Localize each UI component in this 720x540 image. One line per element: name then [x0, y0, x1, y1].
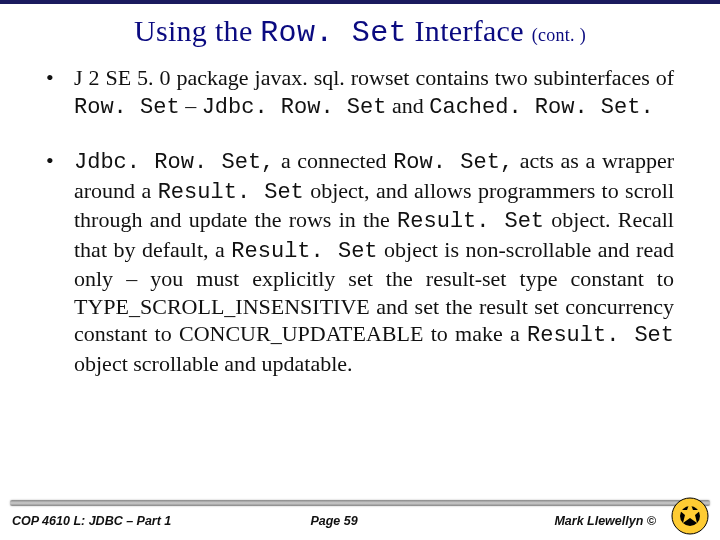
- body-text: –: [180, 93, 202, 118]
- ucf-logo: [670, 496, 710, 536]
- footer-right: Mark Llewellyn ©: [441, 514, 708, 528]
- slide-body: J 2 SE 5. 0 package javax. sql. rowset c…: [0, 64, 720, 377]
- body-text: and: [386, 93, 429, 118]
- footer-divider: [10, 500, 710, 506]
- mono-text: Result. Set: [231, 239, 377, 264]
- mono-text: Result. Set: [158, 180, 304, 205]
- title-pre: Using the: [134, 14, 260, 47]
- body-text: object scrollable and updatable.: [74, 351, 353, 376]
- mono-text: Cached. Row. Set.: [429, 95, 653, 120]
- bullet-item: J 2 SE 5. 0 package javax. sql. rowset c…: [46, 64, 674, 121]
- body-text: J 2 SE 5. 0 package javax. sql. rowset c…: [74, 65, 674, 90]
- mono-text: Row. Set,: [393, 150, 513, 175]
- mono-text: Row. Set: [74, 95, 180, 120]
- footer-left: COP 4610 L: JDBC – Part 1: [12, 514, 227, 528]
- bullet-list: J 2 SE 5. 0 package javax. sql. rowset c…: [46, 64, 674, 377]
- footer-center: Page 59: [227, 514, 442, 528]
- bullet-item: Jdbc. Row. Set, a connected Row. Set, ac…: [46, 147, 674, 377]
- mono-text: Result. Set: [527, 323, 674, 348]
- slide-title: Using the Row. Set Interface (cont. ): [40, 14, 680, 50]
- mono-text: Jdbc. Row. Set: [202, 95, 387, 120]
- title-mono: Row. Set: [260, 16, 406, 50]
- mono-text: Jdbc. Row. Set,: [74, 150, 274, 175]
- mono-text: Result. Set: [397, 209, 544, 234]
- title-post: Interface: [407, 14, 532, 47]
- slide: Using the Row. Set Interface (cont. ) J …: [0, 0, 720, 540]
- body-text: a connected: [274, 148, 393, 173]
- footer: COP 4610 L: JDBC – Part 1 Page 59 Mark L…: [0, 508, 720, 534]
- title-cont: (cont. ): [532, 25, 586, 45]
